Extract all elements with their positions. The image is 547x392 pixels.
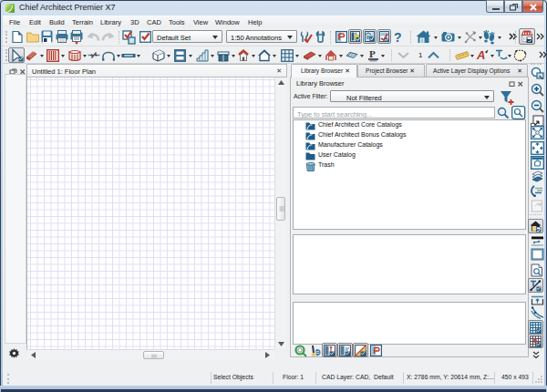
svg-text:P: P — [369, 48, 376, 59]
svg-text:A: A — [476, 48, 485, 62]
